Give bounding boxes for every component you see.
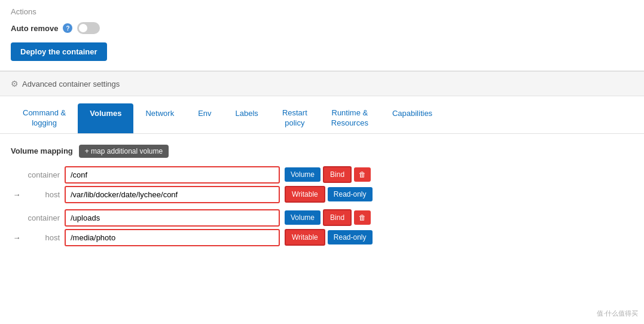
tab-capabilities[interactable]: Capabilities (380, 103, 444, 133)
help-icon[interactable]: ? (63, 23, 72, 33)
toggle-thumb (79, 24, 87, 32)
volume-group-1: container Volume Bind 🗑 → host Writable … (11, 166, 633, 203)
tab-network[interactable]: Network (133, 103, 186, 133)
advanced-section: ⚙ Advanced container settings (0, 71, 644, 96)
advanced-title: ⚙ Advanced container settings (11, 79, 633, 88)
writable-btn-2[interactable]: Writable (285, 229, 325, 246)
gear-icon: ⚙ (11, 79, 19, 88)
volume-row-host-2: → host Writable Read-only (11, 229, 633, 246)
tab-labels[interactable]: Labels (224, 103, 270, 133)
host-label-2: host (23, 233, 65, 242)
container-input-2[interactable] (65, 209, 280, 227)
volume-row-container-2: container Volume Bind 🗑 (11, 209, 633, 227)
tabs-container: Command &logging Volumes Network Env Lab… (11, 103, 633, 133)
volume-btn-2[interactable]: Volume (285, 210, 321, 225)
container-label-1: container (23, 170, 65, 179)
host-input-1[interactable] (65, 186, 280, 203)
tab-env[interactable]: Env (186, 103, 223, 133)
container-label-2: container (23, 213, 65, 222)
map-additional-volume-button[interactable]: + map additional volume (79, 145, 169, 158)
actions-title: Actions (11, 7, 633, 16)
host-input-2[interactable] (65, 229, 280, 246)
bind-btn-1[interactable]: Bind (323, 166, 352, 183)
content-section: Volume mapping + map additional volume c… (0, 134, 644, 263)
container-input-1[interactable] (65, 166, 280, 184)
bind-btn-2[interactable]: Bind (323, 209, 352, 226)
readonly-btn-1[interactable]: Read-only (328, 187, 373, 201)
arrow-2: → (11, 233, 23, 242)
volume-btn-1[interactable]: Volume (285, 167, 321, 182)
toggle-track (77, 22, 100, 34)
tab-runtime-resources[interactable]: Runtime &Resources (319, 103, 380, 133)
auto-remove-row: Auto remove ? (11, 22, 633, 34)
delete-btn-1[interactable]: 🗑 (354, 167, 371, 182)
volume-row-container-1: container Volume Bind 🗑 (11, 166, 633, 184)
volume-mapping-label: Volume mapping (11, 146, 73, 155)
arrow-1: → (11, 190, 23, 199)
tab-volumes[interactable]: Volumes (78, 103, 133, 133)
volume-mapping-row: Volume mapping + map additional volume (11, 145, 633, 158)
readonly-btn-2[interactable]: Read-only (328, 230, 373, 244)
volume-actions-2: Volume Bind 🗑 (285, 209, 371, 226)
host-volume-actions-2: Writable Read-only (285, 229, 373, 246)
tabs-section: Command &logging Volumes Network Env Lab… (0, 96, 644, 134)
volume-actions-1: Volume Bind 🗑 (285, 166, 371, 183)
deploy-button[interactable]: Deploy the container (11, 42, 107, 61)
advanced-title-text: Advanced container settings (22, 80, 120, 88)
host-volume-actions-1: Writable Read-only (285, 186, 373, 203)
auto-remove-label: Auto remove (11, 24, 58, 33)
actions-section: Actions Auto remove ? Deploy the contain… (0, 0, 644, 71)
volume-row-host-1: → host Writable Read-only (11, 186, 633, 203)
tab-command-logging[interactable]: Command &logging (11, 103, 78, 133)
auto-remove-toggle[interactable] (77, 22, 100, 34)
volume-group-2: container Volume Bind 🗑 → host Writable … (11, 209, 633, 246)
delete-btn-2[interactable]: 🗑 (354, 210, 371, 225)
tab-restart-policy[interactable]: Restartpolicy (270, 103, 319, 133)
writable-btn-1[interactable]: Writable (285, 186, 325, 203)
host-label-1: host (23, 190, 65, 199)
